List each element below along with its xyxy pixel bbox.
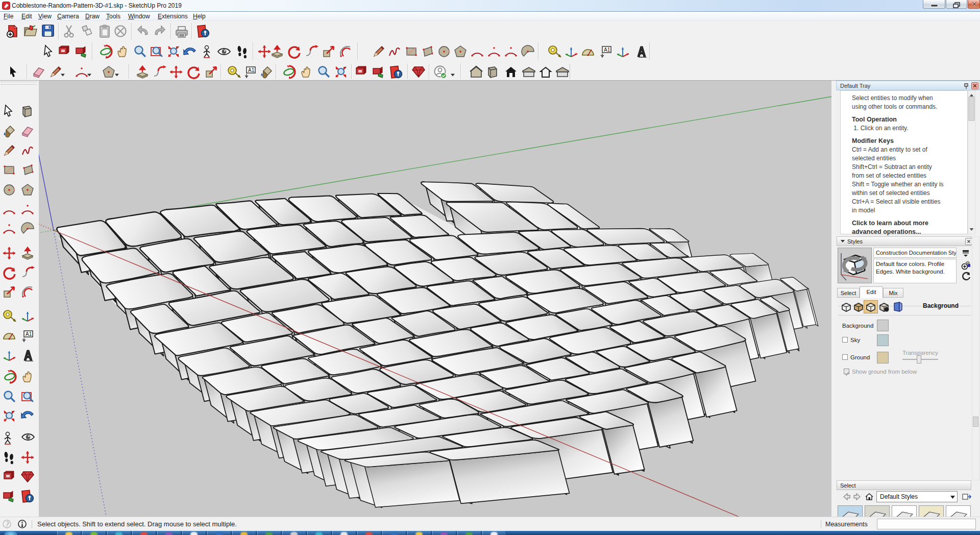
svg-text:A1: A1 xyxy=(248,67,255,73)
svg-text:A1: A1 xyxy=(604,47,610,53)
svg-text:A1: A1 xyxy=(26,331,32,337)
